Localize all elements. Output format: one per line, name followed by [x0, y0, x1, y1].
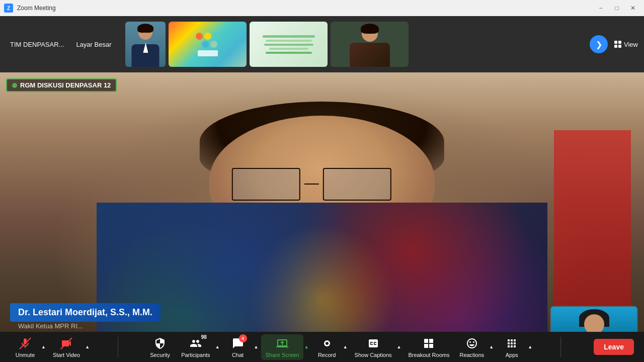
next-button[interactable]: ❯ [590, 35, 608, 53]
title-bar-left: Z Zoom Meeting [4, 4, 56, 13]
security-button[interactable]: Security [145, 334, 175, 360]
participants-label: Participants [181, 352, 210, 358]
svg-point-5 [326, 342, 329, 345]
captions-button[interactable]: Show Captions [351, 334, 396, 360]
share-screen-control[interactable]: Share Screen ▲ [261, 334, 309, 360]
apps-label: Apps [506, 352, 518, 358]
breakout-rooms-button[interactable]: Breakout Rooms [405, 334, 454, 360]
thumbnail-4[interactable] [331, 22, 409, 67]
reactions-arrow[interactable]: ▲ [488, 344, 495, 349]
leave-button[interactable]: Leave [594, 339, 634, 355]
unmute-control[interactable]: Unmute ▲ [10, 334, 47, 360]
meeting-badge: RGM DISKUSI DENPASAR 12 [6, 78, 117, 92]
reactions-button[interactable]: Reactions [455, 334, 488, 360]
flag-decoration [554, 130, 631, 333]
svg-rect-1 [618, 41, 621, 44]
start-video-button[interactable]: Start Video [49, 334, 84, 360]
start-video-label: Start Video [53, 352, 80, 358]
participants-icon: 98 [189, 336, 203, 350]
speaker-title-label: Wakil Ketua MPR RI... [10, 320, 91, 332]
top-bar: TIM DENPASAR... Layar Besar [0, 16, 644, 72]
view-button[interactable]: View [614, 40, 638, 48]
unmute-label: Unmute [16, 352, 35, 358]
security-icon [153, 336, 167, 350]
thumbnail-1[interactable] [125, 22, 166, 67]
chat-button[interactable]: 4 Chat [223, 334, 253, 360]
unmute-button[interactable]: Unmute [10, 334, 40, 360]
participants-control[interactable]: 98 Participants ▲ [177, 334, 220, 360]
pip-head [584, 314, 604, 334]
minimize-button[interactable]: − [594, 3, 608, 13]
reactions-control[interactable]: Reactions ▲ [455, 334, 495, 360]
unmute-arrow[interactable]: ▲ [40, 344, 47, 349]
share-screen-button[interactable]: Share Screen [261, 334, 303, 360]
maximize-button[interactable]: □ [610, 3, 624, 13]
close-button[interactable]: ✕ [626, 3, 640, 13]
speaker-name-label: Dr. Lestari Moerdijat, S.S., M.M. [10, 303, 160, 322]
captions-label: Show Captions [355, 352, 392, 358]
apps-icon [505, 336, 519, 350]
main-video: RGM DISKUSI DENPASAR 12 Dr. Lestari Moer… [0, 72, 644, 362]
record-icon [320, 336, 334, 350]
apps-control[interactable]: Apps ▲ [497, 334, 533, 360]
microphone-icon [18, 336, 32, 350]
record-control[interactable]: Record ▲ [312, 334, 349, 360]
share-screen-label: Share Screen [265, 352, 299, 358]
title-bar-controls[interactable]: − □ ✕ [594, 3, 640, 13]
chat-badge: 4 [239, 334, 247, 342]
chat-arrow[interactable]: ▲ [253, 344, 260, 349]
title-bar-title: Zoom Meeting [17, 5, 56, 12]
reactions-label: Reactions [459, 352, 484, 358]
video-arrow[interactable]: ▲ [84, 344, 91, 349]
zoom-icon: Z [4, 4, 13, 13]
breakout-label: Breakout Rooms [409, 352, 450, 358]
record-label: Record [318, 352, 336, 358]
divider-1 [118, 337, 118, 357]
share-screen-icon [275, 336, 289, 350]
captions-arrow[interactable]: ▲ [396, 344, 403, 349]
view-icon [614, 40, 622, 48]
control-bar: Unmute ▲ Start Video ▲ [0, 332, 644, 362]
captions-icon [366, 336, 380, 350]
top-bar-labels: TIM DENPASAR... Layar Besar [6, 41, 115, 48]
meeting-badge-text: RGM DISKUSI DENPASAR 12 [20, 81, 111, 89]
svg-rect-3 [618, 45, 621, 48]
reactions-icon [465, 336, 479, 350]
apps-arrow[interactable]: ▲ [527, 344, 533, 349]
meeting-container: TIM DENPASAR... Layar Besar [0, 16, 644, 362]
active-indicator [12, 83, 17, 88]
layar-besar-label: Layar Besar [72, 41, 115, 48]
thumbnails-row [125, 22, 584, 67]
chat-label: Chat [232, 352, 244, 358]
participant-count: 98 [201, 334, 207, 340]
record-button[interactable]: Record [312, 334, 342, 360]
chat-control[interactable]: 4 Chat ▲ [223, 334, 260, 360]
divider-2 [560, 337, 561, 357]
svg-rect-2 [614, 45, 617, 48]
center-controls: Security 98 Participants ▲ [145, 334, 533, 360]
tim-denpasar-label: TIM DENPASAR... [6, 41, 68, 48]
share-arrow[interactable]: ▲ [303, 344, 310, 349]
breakout-icon [422, 336, 436, 350]
security-label: Security [150, 352, 170, 358]
participants-button[interactable]: 98 Participants [177, 334, 214, 360]
chat-icon: 4 [231, 336, 245, 350]
svg-rect-0 [614, 41, 617, 44]
left-controls: Unmute ▲ Start Video ▲ [10, 334, 91, 360]
thumbnail-2[interactable] [169, 22, 247, 67]
title-bar: Z Zoom Meeting − □ ✕ [0, 0, 644, 16]
start-video-control[interactable]: Start Video ▲ [49, 334, 91, 360]
view-label: View [624, 41, 638, 48]
thumbnail-3[interactable] [250, 22, 328, 67]
apps-button[interactable]: Apps [497, 334, 527, 360]
captions-control[interactable]: Show Captions ▲ [351, 334, 403, 360]
record-arrow[interactable]: ▲ [342, 344, 349, 349]
participants-arrow[interactable]: ▲ [214, 344, 221, 349]
video-camera-icon [59, 336, 73, 350]
